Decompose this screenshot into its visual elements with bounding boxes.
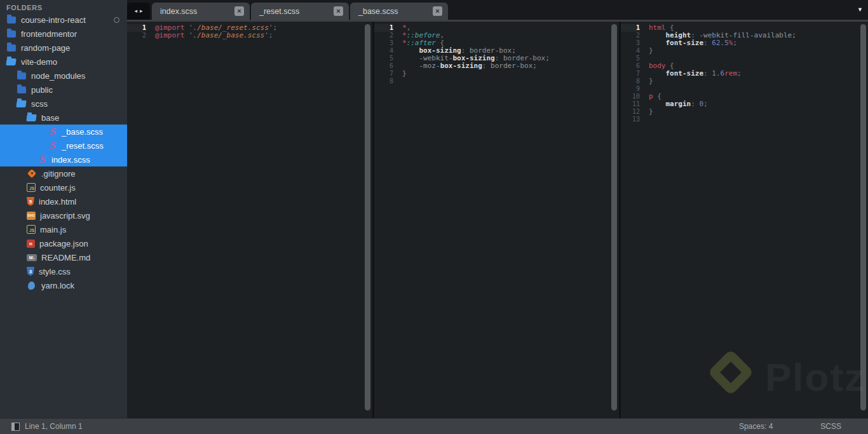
nav-forward-icon[interactable]: ▸ [140, 8, 143, 14]
folders-header: FOLDERS [0, 0, 127, 13]
css-icon: 3 [27, 267, 34, 276]
editor-pane-base-scss[interactable]: 1html {2 height: -webkit-fill-available;… [621, 22, 868, 418]
code-line: 6 -moz-box-sizing: border-box; [374, 62, 619, 70]
editor-pane-index-scss[interactable]: 1@import './base/_reset.scss';2@import '… [127, 22, 372, 418]
item-label: README.md [41, 253, 90, 262]
item-label: vite-demo [21, 57, 57, 67]
sidebar-item-counter-js[interactable]: JScounter.js [0, 180, 127, 194]
sidebar-item-_reset-scss[interactable]: S_reset.scss [0, 139, 127, 153]
sidebar-item-public[interactable]: public [0, 83, 127, 97]
line-number: 4 [621, 47, 640, 55]
line-content: @import './base/_base.scss'; [146, 32, 273, 39]
item-label: javascript.svg [40, 211, 90, 220]
tab-index-scss[interactable]: index.scss× [152, 3, 250, 20]
code-area[interactable]: 1html {2 height: -webkit-fill-available;… [621, 22, 868, 123]
vertical-scrollbar[interactable] [611, 24, 617, 410]
line-number: 8 [374, 78, 393, 85]
folder-icon [6, 15, 17, 25]
item-label: index.html [39, 197, 76, 207]
js-icon: JS [27, 225, 36, 234]
vertical-scrollbar[interactable] [860, 24, 866, 410]
code-line: 2@import './base/_base.scss'; [127, 32, 372, 39]
line-content: } [640, 47, 653, 55]
indent-setting[interactable]: Spaces: 4 [739, 422, 773, 431]
folder-open-icon [6, 57, 17, 67]
sass-icon: S [47, 127, 57, 137]
item-label: node_modules [31, 71, 85, 81]
code-line: 12} [621, 108, 868, 116]
item-label: base [41, 113, 59, 123]
project-indicator-icon[interactable] [114, 17, 119, 23]
line-number: 3 [621, 39, 640, 47]
sidebar-item-style-css[interactable]: 3style.css [0, 264, 127, 278]
sidebar-item-yarn-lock[interactable]: yarn.lock [0, 278, 127, 292]
sidebar-item-base[interactable]: base [0, 111, 127, 125]
item-label: _base.scss [62, 127, 103, 137]
editor-region: ◂ ▸ index.scss×_reset.scss×_base.scss× ▼… [127, 0, 868, 418]
item-label: .gitignore [41, 169, 75, 179]
sidebar-item-package-json[interactable]: npackage.json [0, 236, 127, 250]
tab-overflow-dropdown-icon[interactable]: ▼ [857, 6, 863, 13]
line-number: 7 [621, 70, 640, 78]
line-number: 1 [621, 24, 640, 32]
item-label: random-page [21, 43, 70, 53]
tab-label: _reset.scss [259, 7, 299, 16]
tab-label: _base.scss [358, 7, 398, 16]
sidebar-item-README-md[interactable]: M↓README.md [0, 250, 127, 264]
sidebar-item-index-scss[interactable]: Sindex.scss [0, 153, 127, 166]
editor-pane-reset-scss[interactable]: 1*,2*::before,3*::after {4 box-sizing: b… [374, 22, 619, 418]
vertical-scrollbar[interactable] [365, 24, 370, 410]
editor-panes: 1@import './base/_reset.scss';2@import '… [127, 22, 868, 418]
sidebar-item-scss[interactable]: scss [0, 97, 127, 111]
line-number: 1 [374, 24, 393, 32]
sidebar-item-gitignore[interactable]: .gitignore [0, 166, 127, 180]
language-mode[interactable]: SCSS [820, 422, 841, 431]
tab-close-icon[interactable]: × [334, 6, 343, 16]
sidebar-item-javascript-svg[interactable]: SVGjavascript.svg [0, 208, 127, 222]
item-label: scss [31, 99, 48, 109]
git-icon [27, 169, 37, 179]
tab-close-icon[interactable]: × [234, 6, 244, 16]
line-content: } [640, 108, 653, 116]
tab-close-icon[interactable]: × [433, 6, 442, 16]
line-content: font-size: 62.5%; [640, 39, 737, 47]
code-line: 13 [621, 116, 868, 123]
folder-open-icon [27, 113, 37, 123]
sass-icon: S [37, 155, 47, 165]
tabs: index.scss×_reset.scss×_base.scss× [152, 3, 449, 20]
svg-icon: SVG [27, 212, 36, 220]
status-right-group: Spaces: 4 SCSS [739, 422, 868, 431]
insert-mode-icon[interactable] [11, 423, 20, 431]
line-content: } [393, 70, 407, 78]
sidebar-item-frontendmentor[interactable]: frontendmentor [0, 27, 127, 41]
line-number: 2 [374, 32, 393, 39]
tab-base-scss[interactable]: _base.scss× [350, 3, 448, 20]
code-area[interactable]: 1@import './base/_reset.scss';2@import '… [127, 22, 372, 39]
sidebar-item-index-html[interactable]: 5index.html [0, 194, 127, 208]
folder-icon [17, 71, 27, 81]
nav-back-icon[interactable]: ◂ [134, 8, 137, 14]
line-number: 8 [621, 78, 640, 85]
html-icon: 5 [27, 197, 34, 206]
line-number: 2 [127, 32, 146, 39]
markdown-icon: M↓ [27, 254, 37, 261]
line-content [640, 85, 649, 93]
line-content [640, 55, 649, 62]
code-area[interactable]: 1*,2*::before,3*::after {4 box-sizing: b… [374, 22, 619, 85]
line-number: 13 [621, 116, 640, 123]
line-number: 3 [374, 39, 393, 47]
item-label: public [31, 85, 53, 95]
tab-reset-scss[interactable]: _reset.scss× [251, 3, 349, 20]
tab-bar: ◂ ▸ index.scss×_reset.scss×_base.scss× ▼ [127, 0, 868, 20]
sidebar-item-node_modules[interactable]: node_modules [0, 69, 127, 83]
cursor-position: Line 1, Column 1 [25, 422, 83, 431]
sidebar-item-vite-demo[interactable]: vite-demo [0, 55, 127, 69]
sidebar-item-random-page[interactable]: random-page [0, 41, 127, 55]
line-number: 12 [621, 108, 640, 116]
sass-icon: S [47, 141, 57, 151]
sidebar-item-_base-scss[interactable]: S_base.scss [0, 125, 127, 139]
sidebar-item-main-js[interactable]: JSmain.js [0, 222, 127, 236]
sidebar-item-course-intro-react[interactable]: course-intro-react [0, 13, 127, 27]
line-number: 5 [374, 55, 393, 62]
line-number: 10 [621, 93, 640, 100]
